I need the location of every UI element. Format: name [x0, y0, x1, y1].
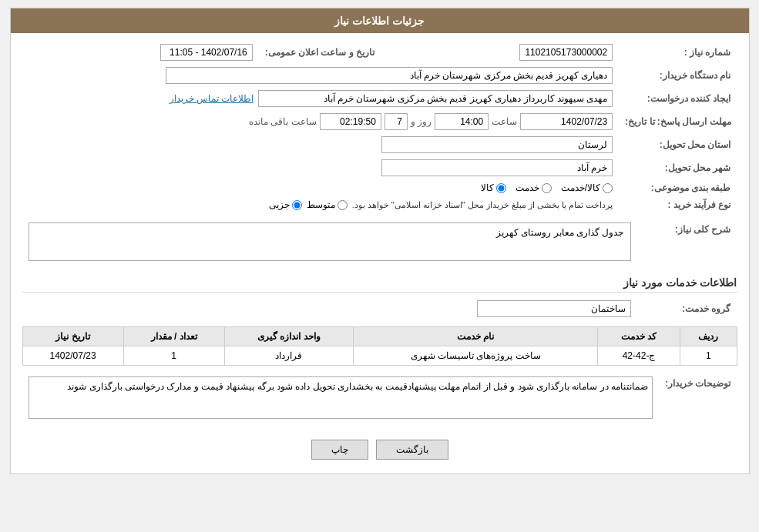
- creator-label: ایجاد کننده درخواست:: [619, 87, 737, 110]
- page-title: جزئیات اطلاعات نیاز: [11, 8, 749, 33]
- buyer-org-label: نام دستگاه خریدار:: [619, 64, 737, 87]
- group-value: ساختمان: [477, 300, 631, 317]
- category-kala-khadamat-radio[interactable]: [603, 183, 613, 193]
- buyer-notes-label: توضیحات خریدار:: [659, 373, 737, 424]
- col-date: تاریخ نیاز: [22, 327, 123, 346]
- sharh-value: جدول گذاری معابر روستای کهریز: [29, 223, 631, 261]
- process-motavasset-radio[interactable]: [338, 200, 348, 210]
- deadline-time-label: ساعت: [492, 116, 517, 127]
- province-label: استان محل تحویل:: [619, 133, 737, 156]
- creator-value: مهدی سیهوند کاربرداز دهیاری کهریز قدیم ب…: [258, 90, 613, 107]
- sharh-section: شرح کلی نیاز: جدول گذاری معابر روستای که…: [22, 219, 737, 264]
- category-khadamat-radio[interactable]: [542, 183, 552, 193]
- process-jazii-item: جزیی: [269, 199, 302, 210]
- button-row: بازگشت چاپ: [22, 430, 737, 466]
- cell-count: 1: [123, 346, 224, 366]
- announcement-value: 1402/07/16 - 11:05: [160, 44, 253, 61]
- category-kala-label: کالا: [481, 182, 494, 193]
- group-label: گروه خدمت:: [637, 297, 737, 320]
- deadline-day-label: روز و: [411, 116, 432, 127]
- col-code: کد خدمت: [597, 327, 680, 346]
- category-khadamat-label: خدمت: [516, 182, 539, 193]
- deadline-remaining-label: ساعت باقی مانده: [249, 116, 317, 127]
- col-radif: ردیف: [680, 327, 737, 346]
- print-button[interactable]: چاپ: [311, 440, 368, 460]
- col-unit: واحد اندازه گیری: [224, 327, 354, 346]
- category-kala-khadamat-label: کالا/خدمت: [561, 182, 600, 193]
- notes-table: توضیحات خریدار:: [22, 373, 737, 424]
- category-kala-khadamat-item: کالا/خدمت: [561, 182, 613, 193]
- group-table: گروه خدمت: ساختمان: [22, 297, 737, 320]
- process-group: پرداخت تمام یا بخشی از مبلغ خریداز محل "…: [29, 199, 613, 210]
- back-button[interactable]: بازگشت: [376, 440, 448, 460]
- info-table: شماره نیاز : 1102105173000002 تاریخ و سا…: [22, 41, 737, 213]
- table-row: 1ج-42-42ساخت پروژه‌های تاسیسات شهریقرارد…: [22, 346, 737, 366]
- process-jazii-radio[interactable]: [292, 200, 302, 210]
- need-number-label: شماره نیاز :: [619, 41, 737, 64]
- city-value: خرم آباد: [381, 159, 613, 176]
- announcement-label: تاریخ و ساعت اعلان عمومی:: [259, 41, 381, 64]
- main-container: جزئیات اطلاعات نیاز شماره نیاز : 1102105…: [10, 8, 750, 474]
- services-section-title: اطلاعات خدمات مورد نیاز: [22, 272, 737, 293]
- category-label: طبقه بندی موضوعی:: [619, 179, 737, 196]
- cell-unit: قرارداد: [224, 346, 354, 366]
- deadline-date-value: 1402/07/23: [520, 113, 613, 130]
- process-jazii-label: جزیی: [269, 199, 290, 210]
- deadline-days-value: 7: [385, 113, 408, 130]
- process-motavasset-item: متوسط: [307, 199, 348, 210]
- contact-link[interactable]: اطلاعات تماس خریدار: [170, 93, 254, 104]
- need-number-value: 1102105173000002: [519, 44, 613, 61]
- category-kala-radio[interactable]: [496, 183, 506, 193]
- buyer-org-value: دهیاری کهریز قدیم بخش مرکزی شهرستان خرم …: [166, 67, 613, 84]
- process-label: نوع فرآیند خرید :: [619, 196, 737, 213]
- category-khadamat-item: خدمت: [516, 182, 552, 193]
- deadline-remaining-value: 02:19:50: [320, 113, 381, 130]
- process-note: پرداخت تمام یا بخشی از مبلغ خریداز محل "…: [352, 200, 613, 210]
- buyer-notes-textarea[interactable]: [29, 376, 653, 419]
- cell-radif: 1: [680, 346, 737, 366]
- city-label: شهر محل تحویل:: [619, 156, 737, 179]
- col-name: نام خدمت: [354, 327, 597, 346]
- cell-code: ج-42-42: [597, 346, 680, 366]
- sharh-label: شرح کلی نیاز:: [637, 219, 737, 264]
- content-area: شماره نیاز : 1102105173000002 تاریخ و سا…: [11, 33, 749, 473]
- cell-name: ساخت پروژه‌های تاسیسات شهری: [354, 346, 597, 366]
- deadline-label: مهلت ارسال پاسخ: تا تاریخ:: [619, 110, 737, 133]
- province-value: لرستان: [381, 136, 613, 153]
- category-kala-item: کالا: [481, 182, 506, 193]
- service-items-table: ردیف کد خدمت نام خدمت واحد اندازه گیری ت…: [22, 326, 737, 366]
- cell-date: 1402/07/23: [22, 346, 123, 366]
- category-group: کالا/خدمت خدمت کالا: [29, 182, 613, 193]
- col-count: تعداد / مقدار: [123, 327, 224, 346]
- deadline-time-value: 14:00: [435, 113, 489, 130]
- process-motavasset-label: متوسط: [307, 199, 335, 210]
